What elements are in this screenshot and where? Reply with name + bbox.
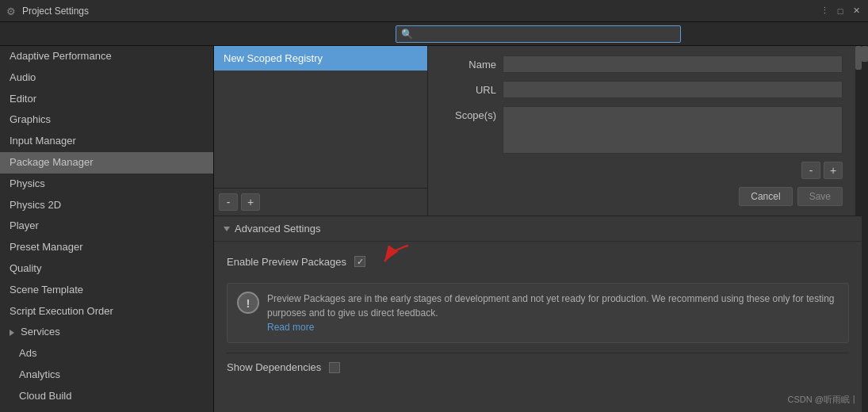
sidebar-item-quality[interactable]: Quality: [0, 258, 213, 280]
content-area: New Scoped Registry - + Name URL: [214, 46, 862, 412]
sidebar-item-player[interactable]: Player: [0, 216, 213, 237]
right-scrollbar-registry: [855, 46, 862, 216]
far-right-scrollbar-thumb[interactable]: [862, 46, 868, 62]
cancel-button[interactable]: Cancel: [739, 187, 792, 206]
name-label: Name: [441, 59, 496, 71]
save-button[interactable]: Save: [797, 187, 843, 206]
settings-icon: ⚙: [6, 6, 17, 17]
advanced-settings-title: Advanced Settings: [235, 223, 320, 235]
read-more-link[interactable]: Read more: [267, 322, 314, 333]
search-input[interactable]: [416, 29, 675, 40]
form-scopes-row: Scope(s): [441, 106, 843, 154]
menu-icon[interactable]: ⋮: [819, 6, 830, 17]
sidebar-triangle-services: [10, 330, 14, 336]
show-dependencies-row: Show Dependencies: [227, 353, 849, 373]
advanced-settings-header: Advanced Settings: [214, 216, 862, 242]
sidebar-item-adaptive-performance[interactable]: Adaptive Performance: [0, 46, 213, 67]
registry-form: Name URL Scope(s) - +: [428, 46, 855, 216]
sidebar-item-graphics[interactable]: Graphics: [0, 109, 213, 131]
search-bar: 🔍: [0, 22, 868, 46]
main-layout: Adaptive PerformanceAudioEditorGraphicsI…: [0, 46, 868, 412]
warning-box: ! Preview Packages are in the early stag…: [227, 283, 849, 343]
sidebar-item-physics-2d[interactable]: Physics 2D: [0, 195, 213, 216]
sidebar-item-script-execution-order[interactable]: Script Execution Order: [0, 301, 213, 322]
close-button[interactable]: ✕: [851, 6, 862, 17]
show-dependencies-checkbox[interactable]: [329, 362, 340, 373]
scopes-label: Scope(s): [441, 106, 496, 121]
scope-plus-button[interactable]: +: [824, 162, 843, 179]
enable-preview-row: Enable Preview Packages ✓: [227, 250, 849, 273]
registry-list-buttons: - +: [214, 188, 427, 216]
scopes-input[interactable]: [503, 106, 843, 154]
advanced-settings-content: Enable Preview Packages ✓: [214, 242, 862, 381]
registry-list: New Scoped Registry - +: [214, 46, 428, 216]
url-input[interactable]: [503, 81, 843, 98]
window-controls: ⋮ □ ✕: [819, 6, 862, 17]
registry-panel: New Scoped Registry - + Name URL: [214, 46, 862, 216]
sidebar-item-editor[interactable]: Editor: [0, 89, 213, 110]
sidebar: Adaptive PerformanceAudioEditorGraphicsI…: [0, 46, 214, 412]
far-right-scrollbar: [862, 46, 868, 412]
form-url-row: URL: [441, 81, 843, 98]
maximize-button[interactable]: □: [835, 6, 846, 17]
sidebar-item-package-manager[interactable]: Package Manager: [0, 152, 213, 174]
url-label: URL: [441, 84, 496, 96]
sidebar-item-ads[interactable]: Ads: [0, 343, 213, 364]
sidebar-item-scene-template[interactable]: Scene Template: [0, 280, 213, 301]
warning-text: Preview Packages are in the early stages…: [267, 292, 839, 334]
form-name-row: Name: [441, 55, 843, 73]
search-container: 🔍: [396, 25, 681, 43]
checkmark-icon: ✓: [357, 257, 364, 267]
sidebar-item-input-manager[interactable]: Input Manager: [0, 131, 213, 152]
enable-preview-checkbox[interactable]: ✓: [354, 256, 365, 267]
scopes-buttons-row: - +: [503, 162, 843, 179]
sidebar-item-preset-manager[interactable]: Preset Manager: [0, 237, 213, 258]
warning-icon: !: [237, 292, 259, 314]
window-title: Project Settings: [22, 6, 819, 17]
sidebar-item-analytics[interactable]: Analytics: [0, 364, 213, 386]
list-minus-button[interactable]: -: [219, 193, 238, 211]
form-action-buttons: Cancel Save: [441, 187, 843, 206]
right-scrollbar-thumb[interactable]: [855, 46, 862, 70]
search-icon: 🔍: [401, 29, 413, 40]
title-bar: ⚙ Project Settings ⋮ □ ✕: [0, 0, 868, 22]
registry-list-item-new-scoped[interactable]: New Scoped Registry: [214, 46, 427, 71]
collapse-triangle[interactable]: [224, 227, 230, 231]
enable-preview-label: Enable Preview Packages: [227, 256, 346, 268]
red-arrow-indicator: [369, 242, 416, 273]
list-plus-button[interactable]: +: [241, 193, 260, 211]
sidebar-item-services[interactable]: Services: [0, 322, 213, 343]
sidebar-item-cloud-build[interactable]: Cloud Build: [0, 386, 213, 407]
advanced-settings-section: Advanced Settings Enable Preview Package…: [214, 216, 862, 412]
sidebar-item-audio[interactable]: Audio: [0, 67, 213, 89]
show-dependencies-label: Show Dependencies: [227, 361, 321, 373]
sidebar-item-cloud-diagnostics[interactable]: Cloud Diagnostics: [0, 407, 213, 412]
scope-minus-button[interactable]: -: [801, 162, 820, 179]
name-input[interactable]: [503, 55, 843, 73]
sidebar-items-container: Adaptive PerformanceAudioEditorGraphicsI…: [0, 46, 213, 412]
sidebar-item-physics[interactable]: Physics: [0, 174, 213, 195]
